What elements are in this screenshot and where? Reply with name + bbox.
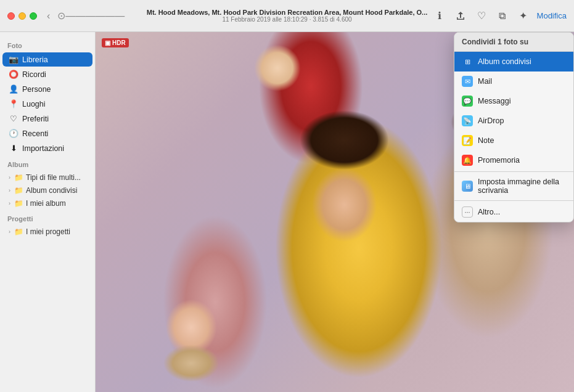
info-button[interactable]: ℹ <box>432 9 447 23</box>
preferiti-icon: ♡ <box>9 114 18 123</box>
close-button[interactable] <box>7 12 15 20</box>
ricordi-icon: ⭕ <box>9 70 18 79</box>
sidebar-item-miei-album[interactable]: › 📁 I miei album <box>2 197 92 210</box>
share-item-promemoria[interactable]: 🔔 Promemoria <box>454 150 573 170</box>
traffic-lights <box>0 12 37 20</box>
miei-album-folder-icon: 📁 <box>14 199 23 208</box>
sidebar-item-ricordi-label: Ricordi <box>22 70 46 79</box>
libreria-icon: 📷 <box>9 55 18 64</box>
share-item-airdrop[interactable]: 📡 AirDrop <box>454 111 573 131</box>
sidebar-item-miei-album-label: I miei album <box>26 199 66 208</box>
wallpaper-popup-icon: 🖥 <box>462 181 473 192</box>
sidebar-item-importazioni[interactable]: ⬇ Importazioni <box>2 141 92 155</box>
main-area: Foto 📷 Libreria ⭕ Ricordi 👤 Persone 📍 Lu… <box>0 32 574 392</box>
promemoria-popup-icon: 🔔 <box>462 155 473 166</box>
sidebar-item-tipi[interactable]: › 📁 Tipi di file multi... <box>2 171 92 184</box>
share-divider <box>454 171 573 172</box>
sidebar-item-tipi-label: Tipi di file multi... <box>26 173 81 182</box>
altro-popup-icon: ··· <box>462 206 473 218</box>
sidebar-item-luoghi-label: Luoghi <box>22 100 46 108</box>
photo-subtitle: 11 Febbraio 2019 alle 18:10:29 · 3.815 d… <box>147 16 428 23</box>
sidebar-item-preferiti[interactable]: ♡ Preferiti <box>2 112 92 126</box>
share-button[interactable] <box>453 9 468 23</box>
hdr-icon: ▣ <box>105 39 110 46</box>
persone-icon: 👤 <box>9 84 18 94</box>
luoghi-icon: 📍 <box>9 99 18 108</box>
sidebar-foto-label: Foto <box>0 37 95 52</box>
sidebar: Foto 📷 Libreria ⭕ Ricordi 👤 Persone 📍 Lu… <box>0 32 96 392</box>
sidebar-item-preferiti-label: Preferiti <box>22 115 49 123</box>
miei-progetti-folder-icon: 📁 <box>14 227 23 236</box>
maximize-button[interactable] <box>30 12 37 20</box>
share-popup: Condividi 1 foto su ⊞ Album condivisi ✉ … <box>454 32 574 223</box>
share-item-promemoria-label: Promemoria <box>478 156 520 165</box>
sidebar-item-importazioni-label: Importazioni <box>22 144 64 153</box>
share-item-album-condivisi-label: Album condivisi <box>478 57 531 66</box>
messaggi-popup-icon: 💬 <box>462 96 473 107</box>
sidebar-item-ricordi[interactable]: ⭕ Ricordi <box>2 67 92 81</box>
photo-title: Mt. Hood Meadows, Mt. Hood Park Division… <box>147 9 428 16</box>
titlebar: ‹ ⊙—————— Mt. Hood Meadows, Mt. Hood Par… <box>0 0 574 32</box>
miei-progetti-chevron-icon: › <box>9 229 10 235</box>
share-item-wallpaper[interactable]: 🖥 Imposta immagine della scrivania <box>454 173 573 199</box>
sidebar-item-miei-progetti-label: I miei progetti <box>26 227 70 236</box>
hdr-badge: ▣ HDR <box>102 38 129 47</box>
importazioni-icon: ⬇ <box>9 144 18 153</box>
forward-button[interactable]: ⊙—————— <box>55 9 127 23</box>
share-item-messaggi[interactable]: 💬 Messaggi <box>454 91 573 111</box>
sidebar-album-label: Album <box>0 156 95 171</box>
toolbar-right: ℹ ♡ ⧉ ✦ Modifica <box>432 9 567 23</box>
sidebar-item-miei-progetti[interactable]: › 📁 I miei progetti <box>2 226 92 238</box>
share-item-album-condivisi[interactable]: ⊞ Album condivisi <box>454 52 573 71</box>
sidebar-item-recenti[interactable]: 🕐 Recenti <box>2 126 92 141</box>
sidebar-item-recenti-label: Recenti <box>22 129 48 138</box>
airdrop-popup-icon: 📡 <box>462 115 473 126</box>
share-item-messaggi-label: Messaggi <box>478 97 511 105</box>
recenti-icon: 🕐 <box>9 129 18 138</box>
album-condivisi-folder-icon: 📁 <box>14 186 23 195</box>
sidebar-item-libreria[interactable]: 📷 Libreria <box>2 52 92 67</box>
sidebar-item-luoghi[interactable]: 📍 Luoghi <box>2 97 92 111</box>
hdr-label: HDR <box>112 39 126 46</box>
mail-popup-icon: ✉ <box>462 76 473 87</box>
back-button[interactable]: ‹ <box>44 9 52 23</box>
sidebar-progetti-label: Progetti <box>0 210 95 225</box>
photo-area: ▣ HDR Condividi 1 foto su ⊞ Album condiv… <box>96 32 574 392</box>
nav-buttons: ‹ ⊙—————— <box>44 9 127 23</box>
album-condivisi-chevron-icon: › <box>9 187 10 194</box>
sidebar-item-album-condivisi-label: Album condivisi <box>26 186 77 195</box>
share-item-altro[interactable]: ··· Altro... <box>454 202 573 222</box>
edit-button[interactable]: Modifica <box>537 11 567 20</box>
share-popup-header: Condividi 1 foto su <box>454 33 573 52</box>
favorite-button[interactable]: ♡ <box>474 9 489 23</box>
share-item-mail-label: Mail <box>478 77 492 86</box>
share-item-airdrop-label: AirDrop <box>478 116 504 125</box>
share-item-altro-label: Altro... <box>478 208 500 216</box>
share-item-wallpaper-label: Imposta immagine della scrivania <box>478 178 566 195</box>
note-popup-icon: 📝 <box>462 135 473 146</box>
sidebar-item-libreria-label: Libreria <box>22 55 48 64</box>
miei-album-chevron-icon: › <box>9 200 10 206</box>
sidebar-item-persone-label: Persone <box>22 85 51 94</box>
duplicate-button[interactable]: ⧉ <box>495 9 510 23</box>
share-item-mail[interactable]: ✉ Mail <box>454 71 573 91</box>
sidebar-item-persone[interactable]: 👤 Persone <box>2 82 92 96</box>
tipi-chevron-icon: › <box>9 174 10 181</box>
adjust-button[interactable]: ✦ <box>516 9 531 23</box>
title-center: Mt. Hood Meadows, Mt. Hood Park Division… <box>147 9 428 23</box>
share-item-note-label: Note <box>478 136 494 145</box>
share-item-note[interactable]: 📝 Note <box>454 131 573 150</box>
tipi-folder-icon: 📁 <box>14 173 23 182</box>
minimize-button[interactable] <box>18 12 26 20</box>
album-condivisi-popup-icon: ⊞ <box>462 56 473 67</box>
share-divider-2 <box>454 200 573 201</box>
sidebar-item-album-condivisi[interactable]: › 📁 Album condivisi <box>2 184 92 197</box>
